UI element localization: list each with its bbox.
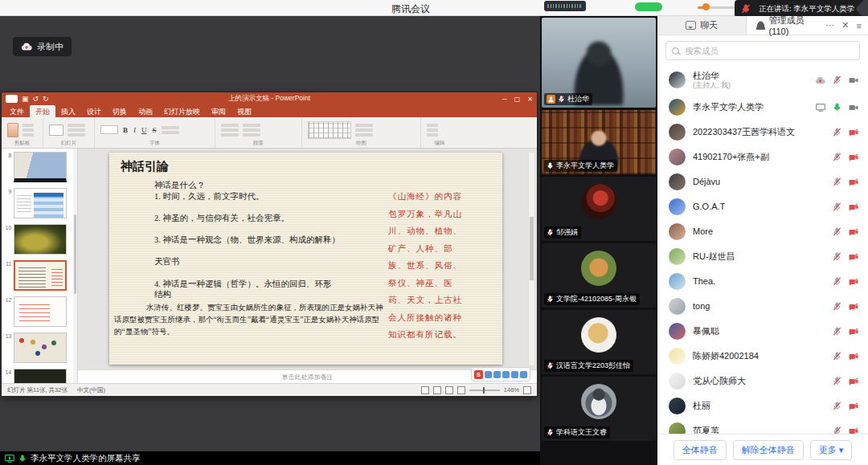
panel-handle-icon[interactable]: ≡ xyxy=(857,21,862,31)
slide-thumbnail-image[interactable] xyxy=(14,260,67,291)
mute-all-button[interactable]: 全体静音 xyxy=(674,440,727,460)
ribbon-tab[interactable]: 切换 xyxy=(107,105,133,117)
camera-icon[interactable] xyxy=(849,178,858,186)
ribbon-tab[interactable]: 开始 xyxy=(30,105,55,117)
member-row[interactable]: 李永平文学人类学 xyxy=(657,95,868,120)
zoom-slider[interactable] xyxy=(469,390,500,391)
member-row[interactable]: tong xyxy=(657,294,868,319)
slide-thumbnail[interactable]: 12 xyxy=(2,296,73,327)
camera-icon[interactable] xyxy=(849,328,858,336)
ime-icon[interactable] xyxy=(502,371,510,378)
drawing-group[interactable]: 绘图 xyxy=(302,117,421,148)
slide-thumbnail[interactable]: 10 xyxy=(2,224,73,255)
camera-icon[interactable] xyxy=(849,128,858,137)
mic-icon[interactable] xyxy=(833,277,841,286)
input-method-bar[interactable]: S xyxy=(471,367,530,381)
mic-icon[interactable] xyxy=(833,402,841,410)
ppt-title-bar[interactable]: ▣ ↺ ↻ 上的演示文稿 - PowerPoint ─ ▢ ✕ xyxy=(2,92,537,105)
member-row[interactable]: 41902170+张燕+副 xyxy=(657,145,868,169)
normal-view-icon[interactable] xyxy=(421,386,429,394)
unmute-all-button[interactable]: 解除全体静音 xyxy=(733,440,804,460)
video-tile[interactable]: 杜治华 xyxy=(542,18,656,108)
mic-icon[interactable] xyxy=(833,252,841,261)
camera-icon[interactable] xyxy=(849,402,858,410)
video-tile[interactable]: 李永平文学人类学 xyxy=(542,110,656,174)
camera-icon[interactable] xyxy=(849,253,858,261)
camera-icon[interactable] xyxy=(849,104,858,112)
mic-icon[interactable] xyxy=(833,327,841,336)
slide-sorter-icon[interactable] xyxy=(433,386,441,394)
ribbon-tab[interactable]: 审阅 xyxy=(206,105,231,117)
mic-icon[interactable] xyxy=(833,227,841,236)
tab-members[interactable]: 管理成员(110) ⋯ ✕ ≡ xyxy=(747,16,868,35)
camera-icon[interactable] xyxy=(849,203,858,211)
slide-thumbnail-image[interactable] xyxy=(14,296,67,327)
ime-icon[interactable] xyxy=(493,371,501,378)
slide-thumbnail-image[interactable] xyxy=(14,152,67,182)
camera-icon[interactable] xyxy=(849,353,858,361)
canvas-scrollbar[interactable] xyxy=(528,152,535,366)
slide-thumbnail-image[interactable] xyxy=(14,332,67,363)
more-options-icon[interactable]: ⋯ xyxy=(825,20,834,31)
mic-icon[interactable] xyxy=(833,352,841,361)
fit-slide-icon[interactable] xyxy=(523,386,531,394)
notes-pane[interactable]: 单击此处添加备注 xyxy=(78,369,537,383)
sogou-icon[interactable]: S xyxy=(474,370,483,379)
slide-thumbnail[interactable]: 8 xyxy=(2,152,73,182)
paragraph-group[interactable]: 段落 xyxy=(215,117,302,148)
video-tile[interactable]: 文学院-42102085-周永银 xyxy=(542,243,656,308)
italic-button[interactable]: I xyxy=(133,126,137,134)
camera-icon[interactable] xyxy=(849,377,858,385)
member-row[interactable]: RU-赵世昌 xyxy=(657,244,868,269)
underline-button[interactable]: U xyxy=(141,126,148,134)
member-row[interactable]: G.O.A.T xyxy=(657,194,868,219)
bold-button[interactable]: B xyxy=(122,126,129,134)
mic-icon[interactable] xyxy=(833,75,841,84)
new-slide-icon[interactable] xyxy=(49,124,63,136)
mic-icon[interactable] xyxy=(833,103,841,112)
search-input[interactable] xyxy=(683,45,854,56)
ribbon-tab[interactable]: 动画 xyxy=(133,105,158,117)
camera-icon[interactable] xyxy=(849,76,858,84)
close-panel-icon[interactable]: ✕ xyxy=(841,20,849,31)
member-row[interactable]: 暴佩聪 xyxy=(657,319,868,344)
more-button[interactable]: 更多 ▾ xyxy=(810,440,853,460)
tab-chat[interactable]: 聊天 xyxy=(657,16,747,35)
member-row[interactable]: Thea. xyxy=(657,269,868,294)
member-row[interactable]: 范夏苇 xyxy=(657,418,868,434)
maximize-icon[interactable]: ▢ xyxy=(514,96,521,103)
mic-icon[interactable] xyxy=(833,202,841,211)
clipboard-group[interactable]: 剪贴板 xyxy=(2,117,43,148)
slide-thumbnail[interactable]: 14 xyxy=(2,369,73,383)
member-row[interactable]: 党从心陕师大 xyxy=(657,369,868,394)
slide-thumbnail-image[interactable] xyxy=(14,224,67,255)
mic-icon[interactable] xyxy=(833,177,841,186)
mic-icon[interactable] xyxy=(833,153,841,161)
slide-thumbnail[interactable]: 11 xyxy=(2,260,73,291)
slide-thumbnail-image[interactable] xyxy=(14,188,67,218)
member-row[interactable]: More xyxy=(657,219,868,244)
strikethrough-button[interactable]: S xyxy=(152,126,158,134)
video-tile[interactable]: 邹强娟 xyxy=(542,177,656,241)
font-size-box[interactable] xyxy=(100,125,118,134)
ribbon-tab[interactable]: 插入 xyxy=(55,105,81,117)
minimize-icon[interactable]: ─ xyxy=(502,96,507,103)
camera-icon[interactable] xyxy=(849,153,858,161)
mic-icon[interactable] xyxy=(833,302,841,311)
mic-icon[interactable] xyxy=(833,377,841,385)
ime-icon[interactable] xyxy=(485,371,492,378)
ime-icon[interactable] xyxy=(520,371,527,378)
shapes-gallery[interactable] xyxy=(308,121,351,139)
search-box[interactable] xyxy=(665,41,860,60)
thumbnail-scrollbar[interactable] xyxy=(73,149,77,383)
slide-thumbnail[interactable]: 13 xyxy=(2,332,73,363)
slide-thumbnail[interactable]: 9 xyxy=(2,188,73,218)
green-toggle[interactable] xyxy=(635,2,662,11)
paste-icon[interactable] xyxy=(7,123,18,137)
editing-group[interactable]: 编辑 xyxy=(421,117,458,148)
camera-icon[interactable] xyxy=(849,303,858,311)
member-row[interactable]: 杜治华 (主持人, 我) xyxy=(657,65,868,95)
camera-icon[interactable] xyxy=(849,278,858,286)
close-icon[interactable]: ✕ xyxy=(527,96,533,103)
font-group[interactable]: B I U S 字体 xyxy=(95,117,215,148)
